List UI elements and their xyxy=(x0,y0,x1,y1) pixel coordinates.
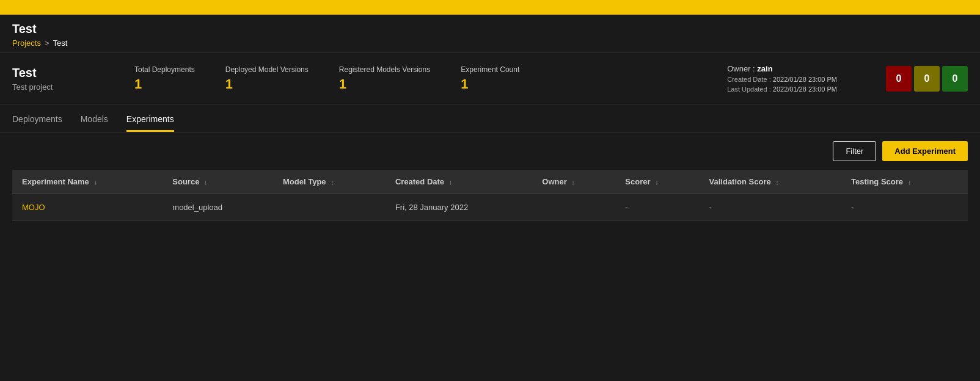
col-testing-score[interactable]: Testing Score ↓ xyxy=(841,170,968,194)
owner-line: Owner : zain xyxy=(727,64,837,73)
top-bar xyxy=(0,0,980,15)
stat-total-deployments-value: 1 xyxy=(134,76,195,92)
experiment-name-cell[interactable]: MOJO xyxy=(12,194,163,221)
stat-registered-models-versions-value: 1 xyxy=(339,76,430,92)
sort-testing-score-icon: ↓ xyxy=(908,178,912,186)
created-date-value: 2022/01/28 23:00 PM xyxy=(773,76,837,83)
tab-models[interactable]: Models xyxy=(81,114,108,132)
filter-button[interactable]: Filter xyxy=(833,141,876,161)
sort-source-icon: ↓ xyxy=(204,178,208,186)
created-date-cell: Fri, 28 January 2022 xyxy=(386,194,532,221)
project-name: Test xyxy=(12,66,98,80)
sort-scorer-icon: ↓ xyxy=(655,178,659,186)
created-date-line: Created Date : 2022/01/28 23:00 PM xyxy=(727,76,837,83)
header-area: Test Projects > Test xyxy=(0,15,980,53)
page-title: Test xyxy=(12,22,968,36)
col-model-type[interactable]: Model Type ↓ xyxy=(273,170,386,194)
testing-score-cell: - xyxy=(841,194,968,221)
sort-owner-icon: ↓ xyxy=(571,178,575,186)
add-experiment-button[interactable]: Add Experiment xyxy=(882,141,968,161)
model-type-cell xyxy=(273,194,386,221)
stat-deployed-model-versions-value: 1 xyxy=(225,76,309,92)
stat-experiment-count-label: Experiment Count xyxy=(461,65,519,74)
sort-model-type-icon: ↓ xyxy=(331,178,334,186)
table-header-row: Experiment Name ↓ Source ↓ Model Type ↓ … xyxy=(12,170,968,194)
tab-deployments[interactable]: Deployments xyxy=(12,114,62,132)
stat-registered-models-versions-label: Registered Models Versions xyxy=(339,65,430,74)
col-scorer[interactable]: Scorer ↓ xyxy=(615,170,699,194)
project-name-block: Test Test project xyxy=(12,66,98,92)
col-owner[interactable]: Owner ↓ xyxy=(532,170,615,194)
tab-experiments[interactable]: Experiments xyxy=(126,114,174,132)
last-updated-value: 2022/01/28 23:00 PM xyxy=(773,85,837,93)
table-row: MOJO model_upload Fri, 28 January 2022 -… xyxy=(12,194,968,221)
experiments-table: Experiment Name ↓ Source ↓ Model Type ↓ … xyxy=(12,170,968,221)
badge-red: 0 xyxy=(886,66,912,92)
last-updated-label: Last Updated : xyxy=(727,85,771,93)
owner-name: zain xyxy=(757,64,772,73)
badge-green: 0 xyxy=(942,66,968,92)
last-updated-line: Last Updated : 2022/01/28 23:00 PM xyxy=(727,85,837,93)
validation-score-cell: - xyxy=(700,194,842,221)
breadcrumb: Projects > Test xyxy=(12,38,968,48)
scorer-cell: - xyxy=(615,194,699,221)
status-badges: 0 0 0 xyxy=(886,66,968,92)
owner-block: Owner : zain Created Date : 2022/01/28 2… xyxy=(727,64,837,93)
stat-experiment-count: Experiment Count 1 xyxy=(461,65,519,92)
sort-validation-score-icon: ↓ xyxy=(775,178,779,186)
table-container: Experiment Name ↓ Source ↓ Model Type ↓ … xyxy=(0,170,980,221)
col-experiment-name[interactable]: Experiment Name ↓ xyxy=(12,170,163,194)
breadcrumb-separator: > xyxy=(45,38,49,48)
source-cell: model_upload xyxy=(163,194,273,221)
stat-deployed-model-versions-label: Deployed Model Versions xyxy=(225,65,309,74)
col-validation-score[interactable]: Validation Score ↓ xyxy=(700,170,842,194)
badge-olive: 0 xyxy=(914,66,940,92)
breadcrumb-projects-link[interactable]: Projects xyxy=(12,38,41,48)
col-source[interactable]: Source ↓ xyxy=(163,170,273,194)
stat-deployed-model-versions: Deployed Model Versions 1 xyxy=(225,65,309,92)
stats-block: Total Deployments 1 Deployed Model Versi… xyxy=(134,65,690,92)
actions-row: Filter Add Experiment xyxy=(0,132,980,170)
created-date-label: Created Date : xyxy=(727,76,771,83)
col-created-date[interactable]: Created Date ↓ xyxy=(386,170,532,194)
stat-total-deployments: Total Deployments 1 xyxy=(134,65,195,92)
owner-cell xyxy=(532,194,615,221)
stat-experiment-count-value: 1 xyxy=(461,76,519,92)
project-description: Test project xyxy=(12,82,98,92)
breadcrumb-current: Test xyxy=(53,38,68,48)
tabs-section: Deployments Models Experiments xyxy=(0,104,980,132)
project-info-section: Test Test project Total Deployments 1 De… xyxy=(0,53,980,104)
owner-label: Owner : xyxy=(727,64,755,73)
stat-registered-models-versions: Registered Models Versions 1 xyxy=(339,65,430,92)
stat-total-deployments-label: Total Deployments xyxy=(134,65,195,74)
sort-created-date-icon: ↓ xyxy=(449,178,453,186)
sort-experiment-name-icon: ↓ xyxy=(93,178,97,186)
